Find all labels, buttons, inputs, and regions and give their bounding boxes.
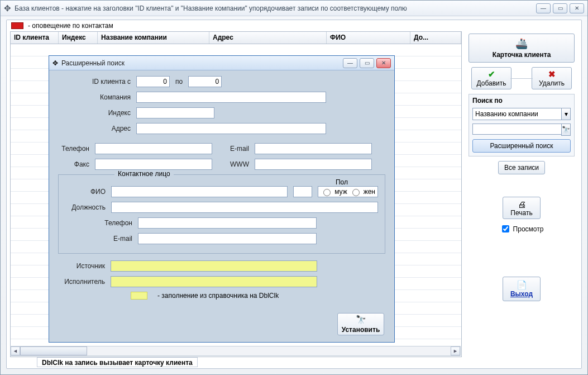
fax-input[interactable] xyxy=(95,159,212,170)
yellow-legend-text: - заполнение из справочника на DblClk xyxy=(157,292,279,300)
binoculars-icon[interactable]: 🔭 xyxy=(561,124,571,136)
search-by-value[interactable] xyxy=(472,108,561,120)
col-id[interactable]: ID клиента xyxy=(11,32,59,44)
check-icon: ✔ xyxy=(488,69,495,79)
main-window: ✥ База клиентов - нажатие на заголовки "… xyxy=(0,0,588,375)
dialog-title: Расширенный поиск xyxy=(61,59,340,67)
minimize-button[interactable]: — xyxy=(536,3,551,13)
phone-input[interactable] xyxy=(95,143,212,154)
notice-bar: - оповещение по контактам xyxy=(7,20,581,31)
source-label: Источник xyxy=(58,262,105,270)
col-company[interactable]: Название компании xyxy=(98,32,209,44)
contact-legend: Контактное лицо xyxy=(114,170,174,178)
chevron-down-icon[interactable]: ▾ xyxy=(561,108,571,120)
window-title: База клиентов - нажатие на заголовки "ID… xyxy=(15,4,536,12)
contact-email-label: E-mail xyxy=(65,235,132,243)
address-input[interactable] xyxy=(136,123,326,134)
printer-icon: 🖨 xyxy=(518,200,526,209)
contact-email-input[interactable] xyxy=(138,233,317,244)
apply-button[interactable]: 🔭 Установить xyxy=(337,313,384,335)
dialog-titlebar: ✥ Расширенный поиск — ▭ ✕ xyxy=(49,56,394,70)
alert-color-legend xyxy=(11,22,23,29)
app-icon: ✥ xyxy=(4,3,11,13)
contact-fieldset: Контактное лицо Пол ФИО муж жен Должност… xyxy=(58,174,385,254)
sex-label: Пол xyxy=(65,178,348,186)
window-controls: — ▭ ✕ xyxy=(536,3,584,13)
search-text-row: 🔭 xyxy=(472,124,571,136)
sex-male-label: муж xyxy=(334,188,347,196)
advanced-search-dialog: ✥ Расширенный поиск — ▭ ✕ ID клиента с п… xyxy=(49,55,395,343)
dialog-close-button[interactable]: ✕ xyxy=(376,58,391,68)
phone-label: Телефон xyxy=(58,145,89,153)
executor-label: Исполнитель xyxy=(58,278,105,286)
scroll-left-icon[interactable]: ◄ xyxy=(11,346,20,355)
apply-button-label: Установить xyxy=(342,326,380,334)
id-from-label: ID клиента с xyxy=(58,78,131,86)
main-titlebar: ✥ База клиентов - нажатие на заголовки "… xyxy=(1,1,587,16)
table-header: ID клиента Индекс Название компании Адре… xyxy=(11,32,461,44)
search-by-combo[interactable]: ▾ xyxy=(472,108,571,120)
position-input[interactable] xyxy=(111,202,378,213)
col-address[interactable]: Адрес xyxy=(209,32,327,44)
company-input[interactable] xyxy=(136,92,326,103)
close-button[interactable]: ✕ xyxy=(570,3,584,13)
index-label: Индекс xyxy=(58,109,131,117)
www-input[interactable] xyxy=(255,159,372,170)
company-label: Компания xyxy=(58,93,131,101)
contact-phone-input[interactable] xyxy=(138,217,317,229)
exit-button[interactable]: 📄 Выход xyxy=(503,277,541,301)
executor-input[interactable] xyxy=(111,276,317,287)
search-panel-title: Поиск по xyxy=(472,97,571,105)
id-to-input[interactable] xyxy=(188,76,222,87)
print-button-label: Печать xyxy=(510,209,532,217)
col-position[interactable]: До... xyxy=(410,32,461,44)
source-input[interactable] xyxy=(111,260,317,272)
delete-button[interactable]: ✖ Удалить xyxy=(532,67,572,89)
notice-text: - оповещение по контактам xyxy=(28,22,113,30)
search-panel: Поиск по ▾ 🔭 Расширенный поиск xyxy=(469,94,575,156)
cross-icon: ✖ xyxy=(548,69,556,79)
all-records-button[interactable]: Все записи xyxy=(498,161,545,174)
dialog-maximize-button[interactable]: ▭ xyxy=(360,58,374,68)
col-index[interactable]: Индекс xyxy=(59,32,98,44)
search-input[interactable] xyxy=(472,124,561,135)
col-fio[interactable]: ФИО xyxy=(327,32,410,44)
dialog-icon: ✥ xyxy=(52,59,58,67)
client-card-button[interactable]: 🚢 Карточка клиента xyxy=(469,34,575,63)
sex-female-radio[interactable] xyxy=(352,189,360,196)
binoculars-icon: 🔭 xyxy=(356,315,366,325)
sex-male-radio[interactable] xyxy=(323,189,331,196)
id-to-label: по xyxy=(175,78,183,86)
ship-icon: 🚢 xyxy=(515,37,528,50)
maximize-button[interactable]: ▭ xyxy=(553,3,567,13)
dialog-body: ID клиента с по Компания Индекс Адрес Те… xyxy=(49,70,394,342)
scroll-thumb[interactable] xyxy=(20,346,87,355)
horizontal-scrollbar[interactable]: ◄ ► xyxy=(10,346,461,356)
scroll-track[interactable] xyxy=(20,346,451,355)
fio-input[interactable] xyxy=(111,186,288,197)
contact-phone-label: Телефон xyxy=(65,219,132,227)
exit-button-label: Выход xyxy=(510,290,533,298)
yellow-legend-swatch xyxy=(131,292,147,300)
id-from-input[interactable] xyxy=(136,76,170,87)
fax-label: Факс xyxy=(58,160,89,168)
address-label: Адрес xyxy=(58,125,131,132)
delete-button-label: Удалить xyxy=(539,79,565,87)
index-input[interactable] xyxy=(136,107,214,118)
add-button-label: Добавить xyxy=(476,79,506,87)
print-button[interactable]: 🖨 Печать xyxy=(503,197,541,219)
add-button[interactable]: ✔ Добавить xyxy=(471,67,511,89)
preview-checkbox-label: Просмотр xyxy=(513,225,544,233)
advanced-search-button[interactable]: Расширенный поиск xyxy=(472,139,571,153)
client-card-label: Карточка клиента xyxy=(493,51,551,59)
preview-checkbox[interactable] xyxy=(502,225,509,232)
sex-female-label: жен xyxy=(364,188,375,196)
dialog-minimize-button[interactable]: — xyxy=(343,58,357,68)
right-panel: 🚢 Карточка клиента ✔ Добавить ✖ Удалить … xyxy=(465,31,581,357)
email-input[interactable] xyxy=(255,143,372,154)
scroll-right-icon[interactable]: ► xyxy=(451,346,460,355)
www-label: WWW xyxy=(218,160,249,168)
footer-hint: DblClk на запись вызывает карточку клиен… xyxy=(37,357,198,367)
sex-short-input[interactable] xyxy=(293,186,312,197)
table-row[interactable] xyxy=(11,44,461,56)
